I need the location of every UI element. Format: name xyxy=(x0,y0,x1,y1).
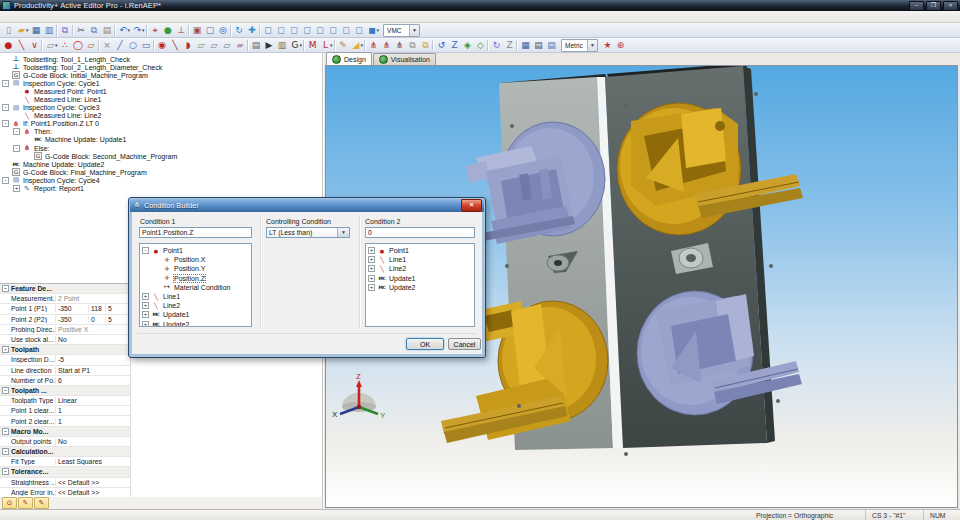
property-value[interactable]: -350 xyxy=(56,305,89,312)
property-value[interactable]: 2 Point xyxy=(56,295,130,302)
controlling-condition-select[interactable]: LT (Less than) ▼ xyxy=(266,227,350,238)
measured-line-button[interactable]: ╲▾ xyxy=(15,39,28,52)
tree-item[interactable]: - If: Point1.Position.Z LT 0 xyxy=(0,120,322,128)
cancel-button[interactable]: Cancel xyxy=(448,338,481,350)
tree-item[interactable]: Position.X xyxy=(140,255,251,264)
category-expander-icon[interactable]: - xyxy=(2,428,9,435)
expander-icon[interactable]: + xyxy=(368,284,375,291)
category-expander-icon[interactable]: - xyxy=(2,387,9,394)
expander-icon[interactable]: - xyxy=(2,104,9,111)
tree-item[interactable]: G-Code Block: Initial_Machine_Program xyxy=(0,71,322,79)
construct-line-button[interactable]: ╱▾ xyxy=(114,39,127,52)
property-value[interactable]: 1 xyxy=(56,407,130,414)
machine-update-button[interactable]: M▾ xyxy=(306,39,319,52)
probe-point-button[interactable]: ◉▾ xyxy=(156,39,169,52)
property-row[interactable]: - Macro Mo... xyxy=(0,427,130,437)
probe-plane-a-button[interactable]: ▱▾ xyxy=(195,39,208,52)
expander-icon[interactable]: + xyxy=(368,256,375,263)
viewport-tab[interactable]: Design xyxy=(326,52,372,65)
expander-icon[interactable]: + xyxy=(13,185,20,192)
report-button[interactable]: ✎▾ xyxy=(337,39,350,52)
tree-item[interactable]: Measured Line: Line1 xyxy=(0,95,322,103)
tree-item[interactable]: + Line1 xyxy=(140,292,251,301)
clipboard-notes-button[interactable]: ▥▾ xyxy=(276,39,289,52)
tree-item[interactable]: Toolsetting: Tool_1_Length_Check xyxy=(0,55,322,63)
expander-icon[interactable]: + xyxy=(142,321,149,327)
expander-icon[interactable]: - xyxy=(2,120,9,127)
tree-item[interactable]: + Line2 xyxy=(366,264,474,273)
menu-item[interactable] xyxy=(75,11,87,23)
measured-point-button[interactable]: ●▾ xyxy=(2,39,15,52)
expander-icon[interactable]: + xyxy=(142,293,149,300)
chevron-down-icon[interactable]: ▼ xyxy=(587,40,597,51)
construct-box-button[interactable]: ▭▾ xyxy=(140,39,153,52)
tree-item[interactable]: Position.Y xyxy=(140,264,251,273)
property-row[interactable]: Point 1 clear... 1 xyxy=(0,406,130,416)
condition1-input[interactable] xyxy=(139,227,252,238)
z-shift-button[interactable]: Z▾ xyxy=(448,39,461,52)
property-row[interactable]: Straightness ... << Default >> xyxy=(0,478,130,488)
view-top-button[interactable]: ◻▾ xyxy=(327,24,340,37)
print-button[interactable]: ▤▾ xyxy=(532,39,545,52)
tree-item[interactable]: - Else: xyxy=(0,144,322,152)
units-selector[interactable]: Metric ▼ xyxy=(561,39,598,52)
expander-icon[interactable]: - xyxy=(13,145,20,152)
expander-icon[interactable]: + xyxy=(142,302,149,309)
property-value[interactable]: Start at P1 xyxy=(56,367,130,374)
save-export-button[interactable]: ▥▾ xyxy=(43,24,56,37)
gcode-block-button[interactable]: G▾ xyxy=(289,39,304,52)
property-row[interactable]: - Tolerance... xyxy=(0,467,130,477)
eraser-button[interactable]: ▰▾ xyxy=(234,39,247,52)
tree-item[interactable]: + Update1 xyxy=(366,274,474,283)
view-rotate-button[interactable]: ↻▾ xyxy=(233,24,246,37)
nc-program-button[interactable]: ▶▾ xyxy=(263,39,276,52)
viewport-tab[interactable]: Visualisation xyxy=(373,53,436,65)
menu-item[interactable] xyxy=(15,11,27,23)
view-left-button[interactable]: ◻▾ xyxy=(301,24,314,37)
open-folder-button[interactable]: ▰▾ xyxy=(15,24,30,37)
tree-item[interactable]: G-Code Block: Second_Machine_Program xyxy=(0,152,322,160)
property-value[interactable]: -350 xyxy=(56,316,89,323)
print-preview-button[interactable]: ▤▾ xyxy=(545,39,558,52)
paste-button[interactable]: ▤▾ xyxy=(101,24,114,37)
chevron-down-icon[interactable]: ▼ xyxy=(337,228,349,237)
probe-arc-button[interactable]: ◗▾ xyxy=(182,39,195,52)
property-row[interactable]: Output points No xyxy=(0,437,130,447)
settings-gear-button[interactable]: ⊛▾ xyxy=(614,39,627,52)
screen-capture-button[interactable]: ▣▾ xyxy=(191,24,204,37)
probe-plane-c-button[interactable]: ▱▾ xyxy=(221,39,234,52)
title-bar[interactable]: Productivity+ Active Editor Pro - i.RenA… xyxy=(0,0,960,11)
property-row[interactable]: Fit Type Least Squares xyxy=(0,457,130,467)
tree-item[interactable]: + Update2 xyxy=(140,320,251,328)
probe-line-button[interactable]: ╲▾ xyxy=(169,39,182,52)
fill-bucket-button[interactable]: ◢▾ xyxy=(350,39,365,52)
condition2-input[interactable] xyxy=(365,227,475,238)
copy-button[interactable]: ⧉▾ xyxy=(88,24,101,37)
tree-item[interactable]: Machine Update: Update1 xyxy=(0,136,322,144)
ok-button[interactable]: OK xyxy=(406,338,444,350)
property-value[interactable]: -5 xyxy=(56,356,130,363)
z-level-button[interactable]: Z▾ xyxy=(503,39,516,52)
construct-circle-button[interactable]: ○▾ xyxy=(127,39,140,52)
property-value[interactable]: Least Squares xyxy=(56,458,130,465)
tolerance-diamond-button[interactable]: ◈▾ xyxy=(461,39,474,52)
property-row[interactable]: - Calculation... xyxy=(0,447,130,457)
save-button[interactable]: ▦▾ xyxy=(30,24,43,37)
tree-item[interactable]: + Report: Report1 xyxy=(0,185,322,193)
axis-triad-button[interactable]: ⊥▾ xyxy=(175,24,188,37)
stock-model-button[interactable]: ●▾ xyxy=(162,24,175,37)
property-value[interactable]: << Default >> xyxy=(56,479,130,486)
probe-status-button[interactable]: ★▾ xyxy=(601,39,614,52)
axis-update-button[interactable]: L▾ xyxy=(319,39,334,52)
expander-icon[interactable]: + xyxy=(368,247,375,254)
tree-item[interactable]: - Inspection Cycle: Cycle3 xyxy=(0,104,322,112)
probe-plane-b-button[interactable]: ▱▾ xyxy=(208,39,221,52)
category-expander-icon[interactable]: - xyxy=(2,448,9,455)
property-row[interactable]: Probing Direc... Positive X xyxy=(0,325,130,335)
property-row[interactable]: Angle Error in... << Default >> xyxy=(0,488,130,497)
property-value-y[interactable]: 118 xyxy=(89,305,106,312)
tree-item[interactable]: + Line1 xyxy=(366,255,474,264)
view-pan-button[interactable]: ✚▾ xyxy=(246,24,259,37)
tree-item[interactable]: Measured Point: Point1 xyxy=(0,87,322,95)
property-value-z[interactable]: 5 xyxy=(106,316,130,323)
